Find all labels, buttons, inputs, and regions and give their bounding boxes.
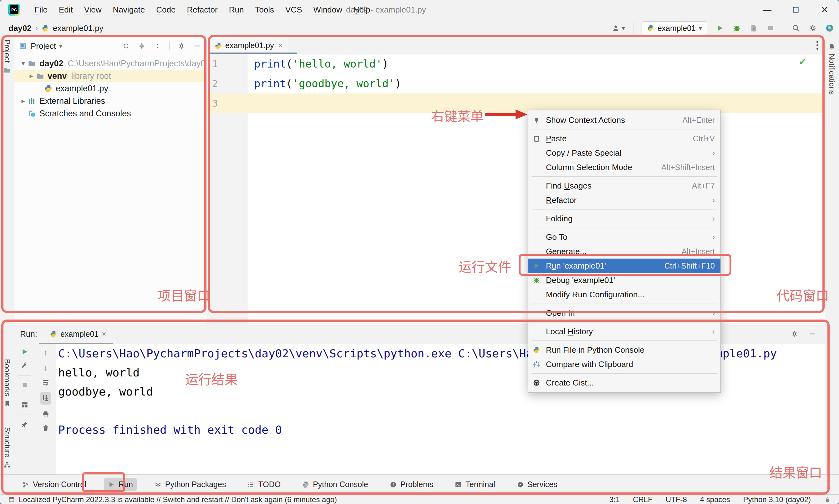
minimize-button[interactable]: — [753, 5, 782, 15]
menu-code[interactable]: Code [151, 0, 181, 19]
status-widget-3-1[interactable]: 3:1 [609, 495, 620, 504]
code-line-1[interactable]: 1print('hello, world') [207, 54, 825, 74]
context-menu-item-find-usages[interactable]: Find UsagesAlt+F7 [528, 179, 720, 193]
menu-navigate[interactable]: Navigate [107, 0, 151, 19]
tree-item-day02[interactable]: ▾day02C:\Users\Hao\PycharmProjects\day02 [14, 57, 207, 70]
menu-window[interactable]: Window [308, 0, 348, 19]
stop-process-button[interactable] [21, 381, 29, 389]
sidebar-item-structure[interactable]: Structure [0, 427, 14, 469]
status-widget-crlf[interactable]: CRLF [633, 495, 652, 504]
menu-item-label: Folding [546, 214, 573, 223]
up-stacktrace-icon[interactable]: ↑ [43, 348, 48, 357]
code-area[interactable]: 1print('hello, world')2print('goodbye, w… [207, 54, 825, 113]
toolwindow-button-python-packages[interactable]: Python Packages [151, 478, 230, 491]
hide-panel-button[interactable] [809, 330, 817, 338]
menu-tools[interactable]: Tools [249, 0, 280, 19]
soft-wrap-icon[interactable] [41, 378, 50, 386]
menu-view[interactable]: View [78, 0, 107, 19]
chevron-down-icon[interactable]: ▾ [59, 42, 62, 50]
context-menu-item-refactor[interactable]: Refactor› [528, 193, 720, 207]
tree-item-example01-py[interactable]: example01.py [14, 82, 207, 95]
pin-tab-icon[interactable] [21, 420, 29, 429]
context-menu-item-run-example01[interactable]: Run 'example01'Ctrl+Shift+F10 [528, 258, 720, 273]
stop-button[interactable] [766, 24, 775, 33]
code-with-me-icon[interactable] [825, 24, 834, 33]
tab-close-icon[interactable]: × [278, 41, 283, 50]
clear-all-icon[interactable] [41, 424, 50, 432]
menu-run[interactable]: Run [223, 0, 250, 19]
close-button[interactable]: × [810, 3, 839, 16]
code-line-2[interactable]: 2print('goodbye, world') [207, 74, 825, 93]
unlock-icon[interactable] [824, 496, 831, 503]
context-menu-item-show-context-actions[interactable]: Show Context ActionsAlt+Enter [528, 113, 720, 127]
context-menu-item-copy-paste-special[interactable]: Copy / Paste Special› [528, 146, 720, 160]
context-menu-item-compare-with-clipboard[interactable]: Compare with Clipboard [528, 357, 720, 372]
search-everywhere-button[interactable] [791, 24, 800, 33]
status-widget-python-3-10-day02[interactable]: Python 3.10 (day02) [743, 495, 811, 504]
sidebar-item-bookmarks[interactable]: Bookmarks [0, 359, 14, 408]
menu-refactor[interactable]: Refactor [181, 0, 223, 19]
locate-file-button[interactable] [122, 42, 130, 50]
tree-item-external-libraries[interactable]: ▸External Libraries [14, 95, 207, 107]
context-menu-item-paste[interactable]: PasteCtrl+V [528, 131, 720, 146]
run-tab-example01[interactable]: example01 × [45, 324, 110, 344]
python-icon [50, 330, 57, 338]
sidebar-item-project[interactable]: Project [0, 39, 14, 74]
menu-file[interactable]: File [29, 0, 53, 19]
context-menu-item-run-file-in-python-console[interactable]: Run File in Python Console [528, 343, 720, 357]
context-menu-item-open-in[interactable]: Open In› [528, 306, 720, 320]
tab-example01[interactable]: example01.py × [209, 37, 289, 54]
toolwindow-button-python-console[interactable]: Python Console [298, 478, 372, 491]
hide-panel-button[interactable] [193, 42, 201, 50]
context-menu-item-generate[interactable]: Generate...Alt+Insert [528, 244, 720, 258]
scroll-to-end-button[interactable] [40, 392, 51, 404]
toolwindow-button-run[interactable]: Run [104, 478, 137, 491]
tree-item-venv[interactable]: ▸venvlibrary root [14, 70, 207, 82]
toolwindow-button-todo[interactable]: TODO [243, 478, 284, 491]
expand-all-button[interactable] [138, 42, 145, 50]
toolwindow-button-version-control[interactable]: Version Control [18, 478, 90, 491]
run-button[interactable] [715, 24, 724, 33]
breadcrumb: day02 › example01.py [8, 23, 104, 33]
down-stacktrace-icon[interactable]: ↓ [43, 363, 48, 373]
context-menu-item-modify-run-configuration[interactable]: Modify Run Configuration... [528, 287, 720, 302]
context-menu-item-folding[interactable]: Folding› [528, 211, 720, 226]
status-widget-4-spaces[interactable]: 4 spaces [700, 495, 730, 504]
maximize-button[interactable]: □ [782, 5, 810, 15]
rerun-button[interactable] [21, 348, 29, 356]
settings-button[interactable] [808, 24, 817, 33]
restore-layout-icon[interactable] [21, 401, 29, 409]
run-config-selector[interactable]: example01 ▾ [642, 21, 707, 35]
context-menu-item-local-history[interactable]: Local History› [528, 324, 720, 339]
gear-icon[interactable] [791, 330, 798, 338]
debug-button[interactable] [732, 24, 741, 33]
context-menu-item-create-gist[interactable]: Create Gist... [528, 376, 720, 390]
tree-chevron-icon[interactable]: ▸ [19, 97, 28, 105]
run-tab-close-icon[interactable]: × [102, 329, 106, 338]
status-widget-utf-8[interactable]: UTF-8 [666, 495, 687, 504]
context-menu-item-column-selection-mode[interactable]: Column Selection ModeAlt+Shift+Insert [528, 160, 720, 175]
collapse-all-button[interactable] [154, 42, 161, 50]
tree-item-scratches-and-consoles[interactable]: Scratches and Consoles [14, 107, 207, 120]
print-icon[interactable] [41, 410, 50, 418]
context-menu-item-go-to[interactable]: Go To› [528, 230, 720, 244]
gear-icon[interactable] [178, 42, 185, 50]
status-message[interactable]: Localized PyCharm 2022.3.3 is available … [19, 495, 337, 504]
editor-options-kebab-icon[interactable] [817, 41, 818, 50]
menu-edit[interactable]: Edit [53, 0, 78, 19]
menu-vcs[interactable]: VCS [280, 0, 308, 19]
edit-configuration-icon[interactable] [21, 361, 29, 370]
toolwindow-button-problems[interactable]: Problems [386, 478, 437, 491]
toolwindow-button-services[interactable]: Services [513, 478, 561, 491]
breadcrumb-project[interactable]: day02 [8, 23, 32, 33]
toolwindow-button-terminal[interactable]: Terminal [451, 478, 499, 491]
tree-chevron-icon[interactable]: ▸ [27, 72, 36, 80]
user-menu[interactable]: ▾ [612, 24, 625, 32]
tree-chevron-icon[interactable]: ▾ [19, 59, 28, 68]
project-panel-title[interactable]: Project [31, 41, 56, 51]
context-menu-item-debug-example01[interactable]: Debug 'example01' [528, 273, 720, 287]
run-with-coverage-button[interactable] [749, 24, 758, 33]
breadcrumb-file[interactable]: example01.py [53, 23, 104, 33]
sidebar-item-notifications[interactable]: Notifications [825, 42, 839, 95]
event-log-icon[interactable] [8, 496, 15, 503]
